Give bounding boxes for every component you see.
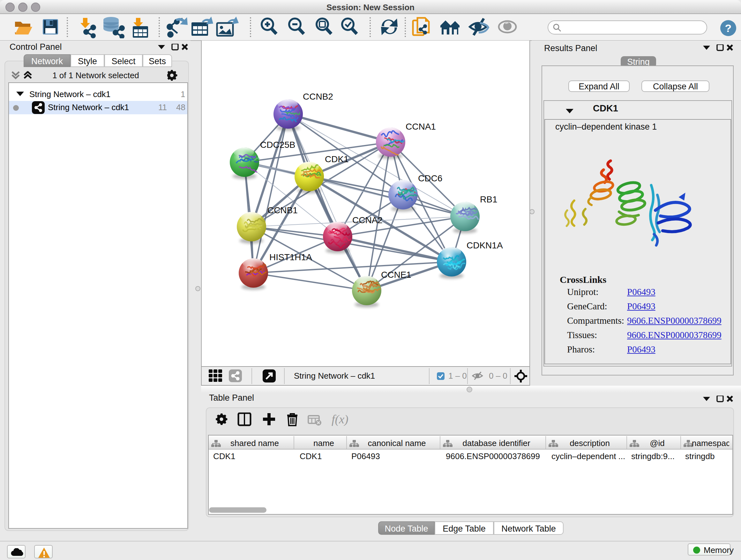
svg-text:CDC25B: CDC25B <box>260 140 295 150</box>
svg-text:CCNB1: CCNB1 <box>267 205 298 215</box>
svg-text:CDKN1A: CDKN1A <box>467 240 503 250</box>
svg-text:CCNB2: CCNB2 <box>303 91 333 102</box>
svg-text:HIST1H1A: HIST1H1A <box>269 252 312 262</box>
svg-text:f(x): f(x) <box>332 413 348 426</box>
svg-text:CDK1: CDK1 <box>325 154 349 164</box>
svg-text:RB1: RB1 <box>480 194 497 204</box>
svg-text:CCNA1: CCNA1 <box>406 122 436 132</box>
svg-text:CCNE1: CCNE1 <box>381 270 411 280</box>
svg-text:?: ? <box>725 22 732 34</box>
svg-text:CCNA2: CCNA2 <box>352 215 383 225</box>
svg-text:CDC6: CDC6 <box>418 173 442 183</box>
